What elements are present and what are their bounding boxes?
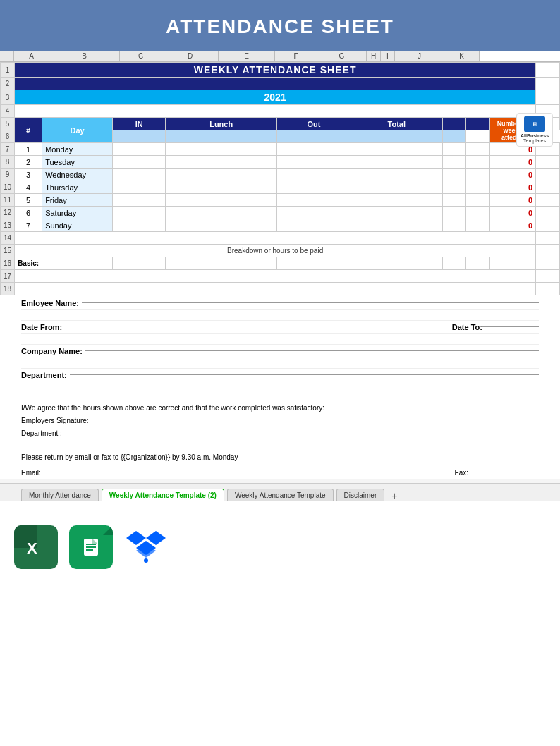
- empty-row26: [21, 381, 539, 393]
- col-header-k: K: [444, 51, 480, 61]
- logo-line1: AllBusiness: [520, 133, 549, 138]
- empty-row20: [21, 310, 539, 321]
- employers-sig-row: Employers Signature:: [21, 417, 539, 429]
- col-header-e: E: [219, 51, 275, 61]
- date-from-label: Date From:: [21, 323, 62, 331]
- email-label: Email:: [21, 469, 41, 477]
- employee-name-label: Emloyee Name:: [21, 299, 79, 307]
- empty-row27: [21, 393, 539, 404]
- department-label: Department:: [21, 371, 67, 379]
- rn-4: 4: [1, 105, 15, 118]
- add-tab-button[interactable]: +: [387, 490, 401, 501]
- agreement-text: I/We agree that the hours shown above ar…: [21, 404, 324, 412]
- empty-k1: [536, 63, 560, 78]
- col-header-f: F: [275, 51, 317, 61]
- col-header-c: C: [120, 51, 162, 61]
- basic-row: 16 Basic:: [1, 257, 560, 270]
- return-row: Please return by email or fax to {{Organ…: [21, 453, 539, 466]
- svg-rect-4: [86, 549, 93, 551]
- table-header-row: 5 # Day IN Lunch Out Total Number of wee…: [1, 118, 560, 130]
- table-row: 10 4 Thursday 0: [1, 181, 560, 194]
- date-to-label: Date To:: [452, 323, 482, 331]
- row-17: 17: [1, 270, 560, 283]
- fax-label: Fax:: [455, 469, 468, 477]
- col-header-g: G: [317, 51, 367, 61]
- col-headers-row: A B C D E F G H I J K: [0, 51, 560, 62]
- col-header-b: B: [49, 51, 120, 61]
- sheets-icon[interactable]: [69, 525, 113, 569]
- table-row: 9 3 Wednesday 0: [1, 169, 560, 181]
- rn-3: 3: [1, 90, 15, 105]
- breakdown-row: 15 Breakdown or hours to be paid: [1, 245, 560, 257]
- employers-sig-label: Employers Signature:: [21, 417, 89, 424]
- th-lunch: Lunch: [166, 118, 277, 130]
- footer-area: X: [0, 501, 560, 593]
- sheets-svg: [78, 534, 104, 560]
- rn-6: 6: [1, 130, 15, 143]
- page-title: ATTENDANCE SHEET: [0, 16, 560, 38]
- info-section: Emloyee Name: Date From: Date To: Compan…: [0, 295, 560, 479]
- company-name-row: Company Name:: [21, 345, 539, 357]
- title-row: 1 WEEKLY ATTENDANCE SHEET: [1, 63, 560, 78]
- row-2: 2: [1, 78, 560, 90]
- tab-weekly-attendance-template[interactable]: Weekly Attendance Template: [227, 489, 334, 501]
- col-header-i: I: [381, 51, 395, 61]
- svg-point-10: [144, 558, 148, 563]
- header-banner: ATTENDANCE SHEET: [0, 0, 560, 51]
- department-row: Department:: [21, 369, 539, 381]
- basic-label: Basic:: [15, 257, 42, 270]
- col-header-rownum: [0, 51, 14, 61]
- company-name-label: Company Name:: [21, 347, 83, 355]
- excel-svg: X: [23, 534, 49, 561]
- table-row: 8 2 Tuesday 0: [1, 156, 560, 169]
- logo-icon: 🖥: [524, 116, 545, 132]
- row-4: 4: [1, 105, 560, 118]
- logo-widget: 🖥 AllBusiness Templates: [516, 113, 553, 147]
- employee-name-row: Emloyee Name:: [21, 297, 539, 310]
- logo-line2: Templates: [520, 138, 549, 143]
- th-total: Total: [351, 118, 442, 130]
- col-header-h: H: [367, 51, 381, 61]
- col-header-d: D: [162, 51, 219, 61]
- col-header-a: A: [14, 51, 49, 61]
- th-hash: #: [15, 118, 42, 143]
- agreement-row: I/We agree that the hours shown above ar…: [21, 404, 539, 417]
- th-day: Day: [42, 118, 113, 143]
- table-row: 12 6 Saturday 0: [1, 207, 560, 219]
- col-header-j: J: [395, 51, 444, 61]
- sheet-title-cell: WEEKLY ATTENDANCE SHEET: [15, 63, 536, 78]
- date-row: Date From: Date To:: [21, 321, 539, 334]
- svg-text:X: X: [27, 539, 37, 557]
- table-row: 7 1 Monday 0: [1, 143, 560, 156]
- tab-monthly-attendance[interactable]: Monthly Attendance: [21, 489, 99, 501]
- dropbox-svg: [126, 530, 166, 565]
- year-cell: 2021: [15, 90, 536, 105]
- year-row: 3 2021: [1, 90, 560, 105]
- row-18: 18: [1, 283, 560, 295]
- svg-rect-3: [86, 546, 96, 548]
- return-text: Please return by email or fax to {{Organ…: [21, 453, 238, 461]
- spreadsheet-wrapper: 🖥 AllBusiness Templates A B C D E F G H …: [0, 51, 560, 593]
- dropbox-icon[interactable]: [124, 525, 168, 569]
- rn-1: 1: [1, 63, 15, 78]
- empty-row31: [21, 442, 539, 453]
- breakdown-label: Breakdown or hours to be paid: [15, 245, 536, 257]
- tabs-bar: Monthly Attendance Weekly Attendance Tem…: [0, 483, 560, 501]
- th-in: IN: [113, 118, 166, 130]
- tab-disclaimer[interactable]: Disclaimer: [336, 489, 385, 501]
- rn-2: 2: [1, 78, 15, 90]
- rn-5: 5: [1, 118, 15, 130]
- empty-row24: [21, 357, 539, 369]
- department2-row: Department :: [21, 429, 539, 442]
- table-row: 13 7 Sunday 0: [1, 219, 560, 232]
- empty-row2: [15, 78, 536, 90]
- department-label2: Department :: [21, 429, 62, 437]
- attendance-table: 1 WEEKLY ATTENDANCE SHEET 2 3 2021 4 5 #…: [0, 62, 560, 295]
- excel-icon[interactable]: X: [14, 525, 58, 569]
- th-out: Out: [277, 118, 351, 130]
- row-14: 14: [1, 232, 560, 245]
- tab-weekly-attendance-2[interactable]: Weekly Attendance Template (2): [102, 489, 224, 501]
- empty-row22: [21, 334, 539, 345]
- table-row: 11 5 Friday 0: [1, 194, 560, 207]
- svg-marker-9: [136, 544, 156, 558]
